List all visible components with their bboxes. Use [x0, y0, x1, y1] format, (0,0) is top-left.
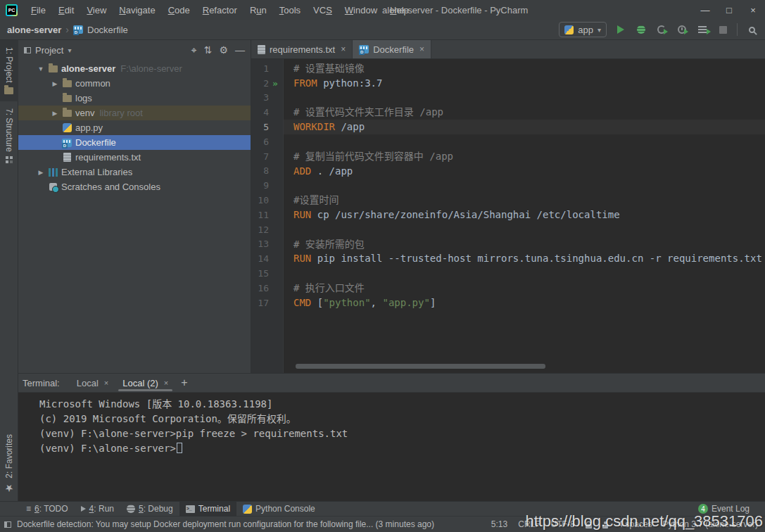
tree-row-scratches-and-consoles[interactable]: Scratches and Consoles: [18, 179, 251, 194]
code-line: WORKDIR /app: [284, 120, 765, 134]
toolwindow-button-python-console[interactable]: Python Console: [236, 502, 322, 517]
tree-row-venv[interactable]: ▶venvlibrary root: [18, 106, 251, 120]
line-number: 3: [256, 92, 269, 103]
tool-window-bar: ≡6: TODO4: Run5: Debug>_TerminalPython C…: [0, 501, 765, 516]
tree-row-alone-server[interactable]: ▼alone-serverF:\alone-server: [18, 61, 251, 76]
editor-tab-dockerfile[interactable]: Dockerfile×: [353, 40, 431, 58]
run-line-icon[interactable]: »: [270, 78, 280, 89]
menu-tools[interactable]: Tools: [273, 1, 307, 19]
tree-down-arrow-icon[interactable]: ▼: [35, 65, 46, 72]
indent-indicator[interactable]: 4 spaces: [619, 519, 652, 529]
breadcrumb-file[interactable]: Dockerfile: [87, 25, 128, 35]
stripe-item----project[interactable]: 1: Project: [0, 40, 18, 101]
toolwindow-button-terminal[interactable]: >_Terminal: [179, 502, 236, 517]
tree-right-arrow-icon[interactable]: ▶: [49, 110, 61, 117]
tree-item-label: requirements.txt: [75, 152, 141, 163]
toolwindow-button-4--run[interactable]: 4: Run: [75, 502, 120, 517]
line-number: 4: [256, 107, 269, 118]
tree-right-arrow-icon[interactable]: ▶: [35, 169, 46, 176]
menu-view[interactable]: View: [80, 1, 113, 19]
line-number: 9: [256, 180, 269, 191]
code-token: FROM: [293, 77, 317, 89]
search-everywhere-icon[interactable]: [745, 23, 758, 36]
inspections-hector-icon[interactable]: [602, 525, 608, 528]
encoding-indicator[interactable]: UTF-8: [551, 519, 575, 529]
run-configuration-select[interactable]: app ▾: [559, 22, 607, 37]
project-panel-title[interactable]: Project: [35, 45, 63, 56]
tree-row-logs[interactable]: logs: [18, 91, 251, 106]
profiler-button[interactable]: [655, 23, 668, 36]
menu-file[interactable]: File: [25, 1, 52, 19]
menu-refactor[interactable]: Refactor: [196, 1, 244, 19]
interpreter-indicator[interactable]: Python 3.7 (alone-server): [663, 519, 758, 529]
readonly-lock-icon[interactable]: [586, 524, 592, 528]
close-tab-icon[interactable]: ×: [104, 379, 108, 387]
stripe-item----structure[interactable]: 7: Structure: [0, 101, 18, 171]
collapse-icon[interactable]: ⇅: [204, 45, 213, 55]
window-controls: — □ ×: [693, 0, 765, 20]
debug-button[interactable]: [635, 23, 647, 36]
tree-row-dockerfile[interactable]: Dockerfile: [18, 135, 251, 150]
event-log-button[interactable]: 4 Event Log: [698, 504, 750, 514]
tree-row-requirements-txt[interactable]: requirements.txt: [18, 150, 251, 165]
toolwindow-button-5--debug[interactable]: 5: Debug: [120, 502, 179, 517]
maximize-button[interactable]: □: [717, 0, 741, 20]
close-tab-icon[interactable]: ×: [419, 44, 424, 54]
menu-code[interactable]: Code: [162, 1, 196, 19]
locate-icon[interactable]: ⌖: [191, 45, 197, 55]
event-log-label: Event Log: [712, 504, 750, 514]
caret-position[interactable]: 5:13: [491, 519, 507, 529]
hide-icon[interactable]: —: [235, 45, 245, 55]
close-tab-icon[interactable]: ×: [341, 44, 346, 54]
stop-button[interactable]: [716, 23, 729, 36]
editor-code-area[interactable]: # 设置基础镜像FROM python:3.7 # 设置代码文件夹工作目录 /a…: [284, 59, 765, 373]
coverage-button[interactable]: [676, 23, 688, 36]
menu-vcs[interactable]: VCS: [307, 1, 339, 19]
terminal-tab-local[interactable]: Local×: [70, 374, 116, 392]
new-terminal-tab-button[interactable]: +: [181, 376, 187, 389]
status-message[interactable]: Dockerfile detection: You may setup Dock…: [4, 519, 434, 529]
close-tab-icon[interactable]: ×: [164, 379, 168, 387]
gutter-line: 17: [251, 296, 283, 310]
terminal-output[interactable]: Microsoft Windows [版本 10.0.18363.1198](c…: [18, 393, 765, 501]
menu-navigate[interactable]: Navigate: [113, 1, 161, 19]
scratches-icon: [46, 183, 59, 191]
settings-icon[interactable]: ⚙: [219, 45, 228, 55]
window-title: alone-server - Dockerfile - PyCharm: [382, 5, 528, 15]
tree-item-label: venv: [75, 108, 94, 118]
run-with-button[interactable]: [696, 23, 709, 36]
gutter-line: 1: [251, 61, 283, 76]
menu-edit[interactable]: Edit: [52, 1, 80, 19]
stripe-item----favorites[interactable]: ★2: Favorites: [0, 427, 18, 501]
close-button[interactable]: ×: [741, 0, 765, 20]
code-line: # 复制当前代码文件到容器中 /app: [284, 149, 765, 164]
gutter-line: 10: [251, 193, 283, 208]
menu-window[interactable]: Window: [339, 1, 384, 19]
chevron-down-icon[interactable]: ▾: [68, 46, 71, 54]
tree-row-common[interactable]: ▶common: [18, 76, 251, 91]
stripe-item-label: 7: Structure: [4, 108, 14, 152]
horizontal-scrollbar-thumb[interactable]: [296, 364, 545, 369]
minimize-button[interactable]: —: [693, 0, 717, 20]
tree-row-external-libraries[interactable]: ▶External Libraries: [18, 165, 251, 179]
toolwindow-button-label: 6: TODO: [34, 504, 68, 514]
tree-right-arrow-icon[interactable]: ▶: [49, 80, 61, 87]
line-ending-indicator[interactable]: CRLF: [518, 519, 540, 529]
tree-row-app-py[interactable]: app.py: [18, 120, 251, 135]
editor-tab-requirements-txt[interactable]: requirements.txt×: [251, 40, 353, 58]
terminal-tab-local--2-[interactable]: Local (2)×: [115, 374, 175, 392]
pycharm-window: { "titlebar": { "logo": "PC", "menus": […: [0, 0, 765, 532]
project-tree: ▼alone-serverF:\alone-server▶commonlogs▶…: [18, 60, 251, 373]
toolwindow-quick-access-icon[interactable]: [4, 521, 11, 528]
line-number: 5: [256, 122, 269, 132]
line-number: 15: [256, 268, 269, 279]
terminal-label: Terminal:: [23, 378, 60, 388]
status-message-text: Dockerfile detection: You may setup Dock…: [17, 519, 434, 529]
editor: requirements.txt×Dockerfile× 12»34567891…: [251, 40, 765, 373]
breadcrumb-project[interactable]: alone-server: [7, 25, 61, 35]
status-bar: Dockerfile detection: You may setup Dock…: [0, 516, 765, 532]
toolwindow-button-6--todo[interactable]: ≡6: TODO: [20, 502, 75, 517]
project-folder-icon: [4, 87, 13, 94]
menu-run[interactable]: Run: [244, 1, 273, 19]
run-button[interactable]: [614, 23, 627, 36]
